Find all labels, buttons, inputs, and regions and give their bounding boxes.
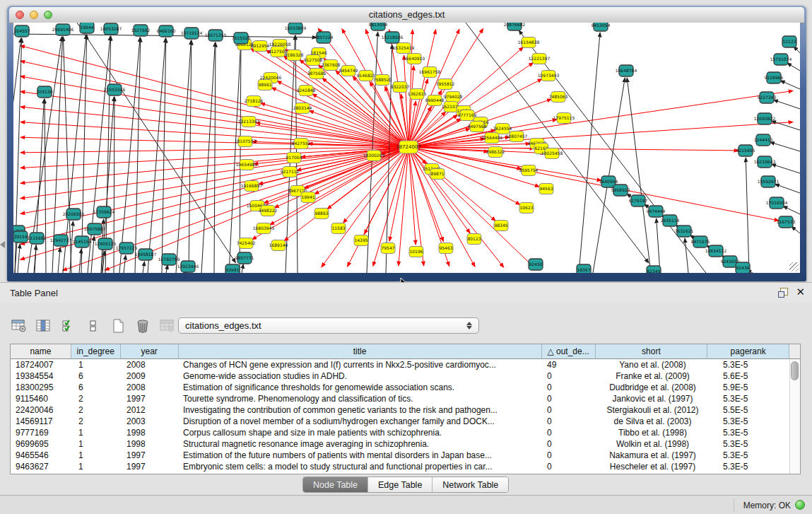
window-resize-grip[interactable] bbox=[789, 262, 799, 271]
network-canvas-svg[interactable]: 1872400786601288912954182260589127505818… bbox=[13, 23, 800, 273]
column-header-name[interactable]: name bbox=[11, 344, 71, 359]
network-node[interactable]: 12905135 bbox=[95, 238, 117, 250]
network-node[interactable]: 15592971 bbox=[758, 176, 779, 187]
table-row[interactable]: 1872400712008Changes of HCN gene express… bbox=[11, 359, 800, 370]
network-node[interactable]: 8454749 bbox=[339, 66, 358, 76]
panel-collapse-arrow-icon[interactable] bbox=[0, 241, 5, 248]
network-node[interactable]: 19944 bbox=[80, 23, 94, 33]
network-node[interactable]: 15751074 bbox=[770, 54, 792, 65]
network-node[interactable]: 1362615 bbox=[408, 89, 427, 100]
network-node[interactable]: 10719134 bbox=[181, 28, 203, 39]
network-node[interactable]: 20876682 bbox=[504, 23, 526, 30]
column-header-in_degree[interactable]: in_degree bbox=[71, 344, 121, 359]
network-node[interactable]: 11583 bbox=[331, 223, 346, 234]
network-node[interactable]: 79547 bbox=[381, 243, 395, 254]
column-header-year[interactable]: year bbox=[121, 344, 179, 359]
table-row[interactable]: 977716911998Corpus callosum shape and si… bbox=[11, 427, 800, 438]
float-window-icon[interactable] bbox=[778, 288, 788, 298]
close-panel-icon[interactable]: ✕ bbox=[796, 286, 805, 298]
network-node[interactable]: 89871 bbox=[430, 169, 445, 180]
network-node[interactable]: 98961 bbox=[258, 80, 272, 90]
network-node[interactable]: 9227343 bbox=[758, 92, 777, 103]
network-node[interactable]: 7588520 bbox=[373, 75, 392, 86]
network-node[interactable]: 10623 bbox=[519, 203, 534, 214]
network-node[interactable]: 16640910 bbox=[404, 54, 425, 64]
table-selector-dropdown[interactable]: citations_edges.txt bbox=[178, 317, 479, 334]
network-node[interactable]: 1244413 bbox=[754, 134, 773, 146]
network-node[interactable]: 1527602 bbox=[131, 25, 151, 36]
network-node[interactable]: 16210643 bbox=[754, 156, 776, 168]
network-node[interactable]: 16154838 bbox=[518, 37, 540, 48]
network-node[interactable]: 15218506 bbox=[382, 32, 404, 43]
network-node[interactable]: 12221397 bbox=[529, 54, 551, 64]
new-column-icon[interactable] bbox=[109, 316, 127, 336]
network-node[interactable]: 9129966 bbox=[765, 72, 784, 83]
network-node[interactable]: 10053287 bbox=[100, 23, 122, 35]
table-row[interactable]: 1456911722003Disruption of a novel membe… bbox=[11, 416, 800, 427]
network-node[interactable]: 16671355 bbox=[205, 30, 227, 41]
network-node[interactable]: 93981 bbox=[225, 264, 240, 273]
network-node[interactable]: 8595754 bbox=[519, 165, 539, 176]
network-node[interactable]: 1115682 bbox=[28, 233, 47, 244]
network-node[interactable]: 1167533 bbox=[777, 216, 796, 228]
network-node[interactable]: 917004 bbox=[286, 153, 302, 163]
tab-edge-table[interactable]: Edge Table bbox=[368, 477, 433, 492]
network-node[interactable]: 20206505 bbox=[63, 209, 85, 220]
network-node[interactable]: 16803945 bbox=[253, 223, 275, 234]
network-node[interactable]: 9127508 bbox=[304, 55, 323, 66]
network-node[interactable]: 16961758 bbox=[419, 67, 441, 78]
network-node[interactable]: 18107553 bbox=[235, 136, 257, 147]
network-node[interactable]: 2718126 bbox=[245, 96, 264, 107]
network-node[interactable]: 95463 bbox=[439, 243, 453, 254]
network-node[interactable]: 7955812 bbox=[436, 79, 455, 90]
network-node[interactable]: 18367 bbox=[577, 264, 591, 273]
table-row[interactable]: 911546021997Tourette syndrome. Phenomeno… bbox=[11, 393, 800, 404]
network-node[interactable]: 19941 bbox=[301, 192, 315, 203]
network-node[interactable]: 12923446 bbox=[177, 261, 199, 272]
network-node[interactable]: 16325419 bbox=[393, 43, 415, 54]
network-node[interactable]: 17975115 bbox=[553, 113, 575, 124]
table-mode-icon[interactable] bbox=[10, 316, 28, 336]
network-node[interactable]: 17359924 bbox=[93, 206, 115, 218]
tab-node-table[interactable]: Node Table bbox=[303, 477, 368, 492]
network-node[interactable]: 7425402 bbox=[237, 238, 256, 249]
network-window[interactable]: citations_edges.txt 18724007866012889129… bbox=[7, 6, 806, 281]
network-node[interactable]: 6466160 bbox=[157, 25, 176, 37]
network-node[interactable]: 7485063 bbox=[549, 92, 568, 103]
network-node[interactable]: 11123 bbox=[782, 36, 796, 47]
table-row[interactable]: 1830029562008Estimation of significance … bbox=[11, 382, 800, 393]
network-node[interactable]: 7857224 bbox=[314, 32, 334, 43]
delete-column-icon[interactable] bbox=[134, 316, 152, 336]
network-node[interactable]: 18724007 bbox=[396, 141, 421, 153]
scrollbar-thumb[interactable] bbox=[791, 361, 799, 380]
network-node[interactable]: 6497568 bbox=[468, 122, 487, 132]
network-node[interactable]: 8912954 bbox=[251, 41, 270, 52]
network-node[interactable]: 98345 bbox=[494, 221, 508, 231]
network-canvas[interactable]: 1872400786601288912954182260589127505818… bbox=[13, 23, 800, 273]
network-node[interactable]: 8471676 bbox=[691, 236, 710, 247]
delete-table-icon[interactable] bbox=[158, 316, 177, 336]
network-node[interactable]: 3875685 bbox=[307, 69, 326, 79]
network-node[interactable]: 8813054 bbox=[369, 23, 388, 30]
column-header-title[interactable]: title bbox=[179, 344, 542, 359]
network-node[interactable]: 2935114 bbox=[661, 215, 680, 226]
network-node[interactable]: 8413054 bbox=[592, 23, 611, 31]
network-node[interactable]: 16648784 bbox=[616, 65, 637, 76]
network-node[interactable]: 19166857 bbox=[241, 181, 263, 192]
network-node[interactable]: 204557 bbox=[14, 25, 30, 37]
table-row[interactable]: 946362711997Embryonic stem cells: a mode… bbox=[11, 461, 800, 472]
network-node[interactable]: 9217110 bbox=[281, 167, 300, 177]
network-node[interactable]: 21053346 bbox=[104, 84, 126, 95]
network-node[interactable]: 1689144 bbox=[269, 240, 288, 251]
network-node[interactable]: 2803144 bbox=[293, 103, 312, 114]
network-node[interactable]: 80123 bbox=[467, 234, 481, 245]
network-node[interactable]: 8215955 bbox=[736, 145, 755, 156]
table-row[interactable]: 2242004622012Investigating the contribut… bbox=[11, 404, 800, 416]
network-node[interactable]: 10654112 bbox=[705, 245, 727, 257]
table-row[interactable]: 1938455462009Genome-wide association stu… bbox=[11, 370, 800, 382]
column-header-out_degree[interactable]: △ out_de... bbox=[542, 344, 596, 359]
network-node[interactable]: 19654982 bbox=[236, 160, 258, 170]
network-node[interactable]: 7632621 bbox=[675, 226, 694, 237]
network-node[interactable]: 8186328 bbox=[285, 50, 304, 61]
select-rows-icon[interactable] bbox=[59, 316, 78, 336]
